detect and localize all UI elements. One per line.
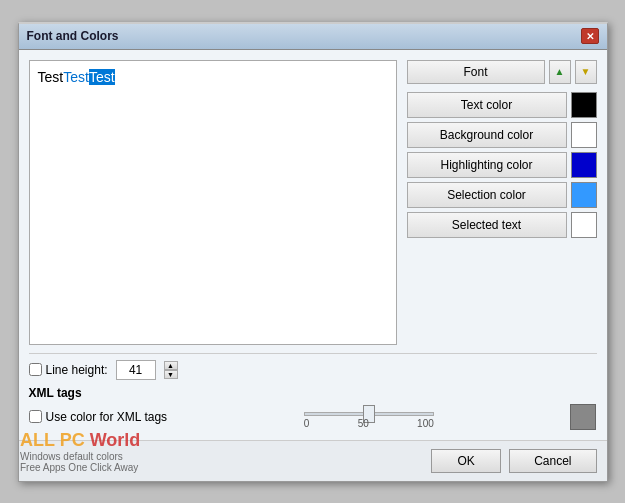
- arrow-down-button[interactable]: ▼: [575, 60, 597, 84]
- font-and-colors-dialog: Font and Colors ✕ Test TestTest Font ▲ ▼…: [18, 22, 608, 482]
- selected-text-row: Selected text: [407, 212, 597, 238]
- dialog-footer: OK Cancel: [19, 440, 607, 481]
- dialog-body: Test TestTest Font ▲ ▼ Text color: [19, 50, 607, 440]
- text-color-row: Text color: [407, 92, 597, 118]
- selected-text-swatch[interactable]: [571, 212, 597, 238]
- top-section: Test TestTest Font ▲ ▼ Text color: [29, 60, 597, 345]
- bottom-section: Line height: 41 ▲ ▼ XML tags Use color f…: [29, 353, 597, 430]
- xml-section: XML tags Use color for XML tags 0 50 100: [29, 386, 597, 430]
- selection-color-swatch[interactable]: [571, 182, 597, 208]
- right-panel: Font ▲ ▼ Text color Background color: [407, 60, 597, 345]
- highlighting-color-button[interactable]: Highlighting color: [407, 152, 567, 178]
- ok-button[interactable]: OK: [431, 449, 501, 473]
- highlighting-color-row: Highlighting color: [407, 152, 597, 178]
- line-height-row: Line height: 41 ▲ ▼: [29, 360, 597, 380]
- slider-labels: 0 50 100: [304, 418, 434, 429]
- gray-color-swatch[interactable]: [570, 404, 596, 430]
- line-height-input[interactable]: 41: [116, 360, 156, 380]
- dialog-title: Font and Colors: [27, 29, 119, 43]
- font-row: Font ▲ ▼: [407, 60, 597, 84]
- spin-up-button[interactable]: ▲: [164, 361, 178, 370]
- line-height-label: Line height:: [29, 363, 108, 377]
- selection-color-button[interactable]: Selection color: [407, 182, 567, 208]
- spin-arrows: ▲ ▼: [164, 361, 178, 379]
- xml-bottom-row: Use color for XML tags 0 50 100: [29, 404, 597, 430]
- preview-text-normal: Test: [38, 69, 64, 85]
- text-color-button[interactable]: Text color: [407, 92, 567, 118]
- close-button[interactable]: ✕: [581, 28, 599, 44]
- spin-down-button[interactable]: ▼: [164, 370, 178, 379]
- font-button[interactable]: Font: [407, 60, 545, 84]
- preview-area: Test TestTest: [29, 60, 397, 345]
- xml-slider[interactable]: [304, 412, 434, 416]
- selection-color-row: Selection color: [407, 182, 597, 208]
- text-color-swatch[interactable]: [571, 92, 597, 118]
- xml-section-label: XML tags: [29, 386, 597, 400]
- highlighting-color-swatch[interactable]: [571, 152, 597, 178]
- preview-text-blue: Test: [63, 69, 89, 85]
- xml-color-label: Use color for XML tags: [29, 410, 168, 424]
- background-color-row: Background color: [407, 122, 597, 148]
- arrow-up-button[interactable]: ▲: [549, 60, 571, 84]
- xml-color-checkbox[interactable]: [29, 410, 42, 423]
- background-color-button[interactable]: Background color: [407, 122, 567, 148]
- preview-text-selected: Test: [89, 69, 115, 85]
- background-color-swatch[interactable]: [571, 122, 597, 148]
- title-bar: Font and Colors ✕: [19, 24, 607, 50]
- line-height-checkbox[interactable]: [29, 363, 42, 376]
- selected-text-button[interactable]: Selected text: [407, 212, 567, 238]
- cancel-button[interactable]: Cancel: [509, 449, 596, 473]
